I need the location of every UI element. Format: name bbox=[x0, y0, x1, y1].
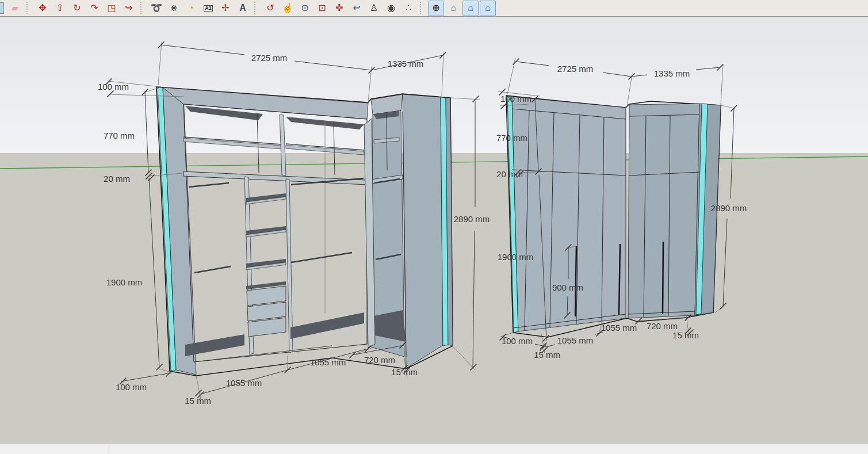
zoom-button[interactable]: ⊙ bbox=[297, 1, 313, 16]
view-top-icon: ⊕ bbox=[432, 3, 439, 13]
dimension-label[interactable]: 1055 mm bbox=[226, 378, 262, 388]
toolbar-separator bbox=[140, 2, 145, 14]
push-pull-icon: ⇧ bbox=[56, 3, 63, 13]
dimension-label[interactable]: 2890 mm bbox=[711, 203, 747, 213]
return-wing-face bbox=[403, 94, 443, 368]
axes-button[interactable]: ✢ bbox=[217, 1, 234, 16]
view-right-icon: ⌂ bbox=[485, 3, 491, 13]
dimension-label[interactable]: 15 mm bbox=[672, 330, 699, 340]
sketchup-window: ▰ ✥ ⇧ ↻ ↷ ◳ ↪ ➰ ⋇ ◔ A1 ✢ A ↺ ☝ ⊙ ⊡ ✜ ↩ ♙… bbox=[0, 0, 868, 454]
walk-icon: ∴ bbox=[406, 3, 411, 13]
partial-icon bbox=[0, 2, 4, 14]
dimension-label[interactable]: 100 mm bbox=[116, 382, 147, 392]
dimension-label[interactable]: 1900 mm bbox=[498, 252, 534, 262]
eraser-icon: ▰ bbox=[12, 3, 18, 13]
offset-button[interactable]: ↪ bbox=[121, 1, 137, 16]
status-bar-divider bbox=[109, 445, 109, 454]
dimension-label[interactable]: 2890 mm bbox=[454, 214, 490, 224]
view-iso-button[interactable]: ⌂ bbox=[445, 1, 461, 16]
offset-icon: ↪ bbox=[125, 3, 132, 13]
dimension-label[interactable]: 15 mm bbox=[185, 396, 211, 406]
follow-me-icon: ↷ bbox=[90, 3, 98, 13]
zoom-window-icon: ⊡ bbox=[318, 3, 326, 13]
dimension-label[interactable]: 100 mm bbox=[500, 94, 531, 104]
dimension-label[interactable]: 720 mm bbox=[647, 321, 678, 331]
dimension-label[interactable]: 15 mm bbox=[534, 350, 560, 360]
rotate-icon: ↻ bbox=[73, 3, 81, 13]
look-around-icon: ◉ bbox=[387, 3, 395, 13]
zoom-icon: ⊙ bbox=[301, 3, 308, 13]
follow-me-button[interactable]: ↷ bbox=[86, 1, 102, 16]
dimension-icon: ⋇ bbox=[170, 3, 177, 13]
status-bar bbox=[0, 444, 868, 454]
dimension-label[interactable]: 1055 mm bbox=[557, 335, 594, 345]
dimension-label[interactable]: 1335 mm bbox=[388, 59, 424, 68]
zoom-extents-button[interactable]: ✜ bbox=[331, 1, 347, 16]
dimension-label[interactable]: 15 mm bbox=[391, 367, 418, 377]
dimension-label[interactable]: 770 mm bbox=[496, 133, 527, 143]
look-around-button[interactable]: ◉ bbox=[383, 1, 399, 16]
orbit-icon: ↺ bbox=[266, 3, 274, 13]
walk-button[interactable]: ∴ bbox=[400, 1, 416, 16]
zoom-window-button[interactable]: ⊡ bbox=[314, 1, 330, 16]
zoom-extents-icon: ✜ bbox=[335, 3, 343, 13]
toolbar: ▰ ✥ ⇧ ↻ ↷ ◳ ↪ ➰ ⋇ ◔ A1 ✢ A ↺ ☝ ⊙ ⊡ ✜ ↩ ♙… bbox=[0, 0, 868, 17]
eraser-button[interactable]: ▰ bbox=[7, 1, 23, 16]
dimension-label[interactable]: 1335 mm bbox=[654, 68, 690, 78]
text-icon: A1 bbox=[204, 5, 213, 12]
view-right-button[interactable]: ⌂ bbox=[480, 1, 496, 16]
dimension-label[interactable]: 20 mm bbox=[104, 174, 130, 184]
move-icon: ✥ bbox=[39, 3, 46, 13]
view-front-icon: ⌂ bbox=[468, 3, 473, 13]
dimension-label[interactable]: 1055 mm bbox=[601, 323, 637, 333]
3d-text-button[interactable]: A bbox=[235, 1, 251, 16]
return-doors-face bbox=[628, 104, 699, 318]
dimension-label[interactable]: 720 mm bbox=[364, 355, 395, 365]
protractor-button[interactable]: ◔ bbox=[183, 1, 199, 16]
scale-icon: ◳ bbox=[107, 3, 116, 13]
protractor-icon: ◔ bbox=[188, 3, 194, 13]
push-pull-button[interactable]: ⇧ bbox=[52, 1, 68, 16]
scale-button[interactable]: ◳ bbox=[104, 1, 120, 16]
view-iso-icon: ⌂ bbox=[450, 3, 456, 13]
move-button[interactable]: ✥ bbox=[35, 1, 51, 16]
view-top-button[interactable]: ⊕ bbox=[428, 1, 444, 16]
axes-icon: ✢ bbox=[221, 3, 229, 13]
dimension-button[interactable]: ⋇ bbox=[166, 1, 182, 16]
dimension-label[interactable]: 100 mm bbox=[98, 82, 129, 91]
pan-icon: ☝ bbox=[282, 3, 293, 13]
tape-measure-icon: ➰ bbox=[151, 3, 162, 13]
toolbar-separator bbox=[254, 2, 259, 14]
orbit-button[interactable]: ↺ bbox=[262, 1, 278, 16]
dimension-label[interactable]: 2725 mm bbox=[557, 64, 594, 74]
3d-text-icon: A bbox=[239, 3, 246, 13]
dimension-label[interactable]: 2725 mm bbox=[251, 53, 288, 63]
door-handle[interactable] bbox=[663, 242, 663, 314]
dimension-label[interactable]: 1055 mm bbox=[310, 357, 346, 367]
position-camera-icon: ♙ bbox=[370, 3, 378, 13]
toolbar-separator bbox=[420, 2, 425, 14]
text-button[interactable]: A1 bbox=[200, 1, 216, 16]
dimension-label[interactable]: 100 mm bbox=[502, 336, 533, 346]
rotate-button[interactable]: ↻ bbox=[69, 1, 85, 16]
toolbar-separator bbox=[26, 2, 31, 14]
right-wardrobe-model[interactable] bbox=[506, 96, 721, 337]
dimension-label[interactable]: 900 mm bbox=[552, 283, 583, 292]
zoom-previous-icon: ↩ bbox=[353, 3, 360, 13]
pan-button[interactable]: ☝ bbox=[280, 1, 296, 16]
view-front-button[interactable]: ⌂ bbox=[462, 1, 479, 16]
dimension-label[interactable]: 20 mm bbox=[496, 169, 523, 179]
viewport-3d[interactable]: 2725 mm 1335 mm 100 mm 770 mm 20 mm 1900… bbox=[0, 17, 868, 444]
dimension-label[interactable]: 1900 mm bbox=[106, 277, 143, 287]
zoom-previous-button[interactable]: ↩ bbox=[349, 1, 365, 16]
tape-measure-button[interactable]: ➰ bbox=[148, 1, 165, 16]
position-camera-button[interactable]: ♙ bbox=[366, 1, 382, 16]
dimension-label[interactable]: 770 mm bbox=[104, 131, 135, 140]
